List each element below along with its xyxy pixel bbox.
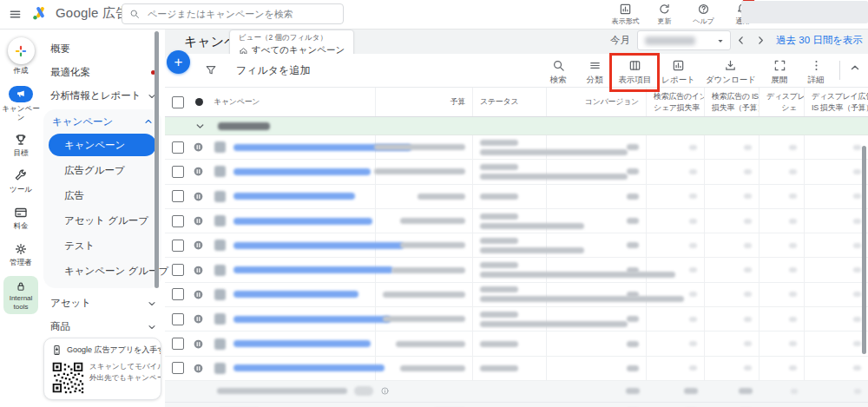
rail-item-card[interactable]: 料金 (1, 206, 41, 231)
table-toolbar: フィルタを追加 検索分類表示項目レポートダウンロード展開詳細 (165, 54, 868, 88)
create-button[interactable] (8, 37, 35, 64)
rail-active-pill[interactable] (9, 86, 33, 102)
topbar-action-display-format[interactable]: 表示形式 (609, 2, 641, 26)
google-ads-logo[interactable]: Google 広告 (31, 4, 128, 23)
redacted-campaign-name[interactable] (233, 364, 385, 371)
nav-scrollbar-thumb[interactable] (155, 31, 159, 288)
internal-tools-badge[interactable]: Internaltools (3, 276, 38, 313)
row-checkbox[interactable] (172, 338, 184, 350)
redacted-campaign-name[interactable] (233, 218, 372, 225)
tool-more[interactable]: 詳細 (798, 56, 834, 89)
nav-section-header[interactable]: キャンペーン (43, 110, 161, 133)
column-header-2[interactable]: ステータス (473, 88, 547, 116)
add-filter-button[interactable]: フィルタを追加 (205, 54, 310, 87)
column-header-5[interactable]: 検索広告の IS損失率（予算） (705, 88, 760, 116)
table-row[interactable] (165, 283, 868, 307)
table-row[interactable] (165, 209, 868, 233)
row-checkbox[interactable] (172, 215, 184, 227)
rail-item-wrench[interactable]: ツール (1, 169, 41, 194)
previous-period-button[interactable] (735, 35, 746, 46)
row-checkbox[interactable] (172, 240, 184, 252)
tool-segment[interactable]: 分類 (576, 56, 613, 89)
help-icon (697, 3, 710, 16)
show-last-30-days-link[interactable]: 過去 30 日間を表示 (776, 34, 863, 47)
date-range-dropdown[interactable] (637, 30, 731, 50)
column-header-0[interactable]: キャンペーン (165, 88, 376, 116)
row-checkbox[interactable] (172, 141, 184, 154)
nav-item-広告[interactable]: 広告 (43, 183, 161, 208)
table-row[interactable] (165, 160, 868, 184)
redacted-conversions (627, 144, 639, 150)
row-checkbox[interactable] (172, 166, 184, 178)
row-cell-7 (805, 332, 868, 355)
nav-item-アセット[interactable]: アセット (42, 292, 165, 315)
rail-item-gear[interactable]: 管理者 (1, 242, 41, 267)
account-info-redacted[interactable] (741, 1, 868, 23)
rail-item-megaphone[interactable]: キャンペーン (1, 86, 41, 122)
campaign-type-icon-redacted (214, 141, 226, 153)
column-header-3[interactable]: コンバージョン (547, 88, 647, 116)
totals-row (165, 403, 868, 407)
nav-item-広告グループ[interactable]: 広告グループ (43, 158, 161, 183)
column-label: ディスプレイ広告のIS 損失率（予算） (812, 91, 861, 112)
table-scrollbar-thumb[interactable] (862, 146, 866, 354)
table-row[interactable] (165, 233, 868, 258)
nav-item-アセット グループ[interactable]: アセット グループ (43, 208, 161, 233)
create-campaign-fab[interactable]: + (167, 50, 190, 74)
redacted-campaign-name[interactable] (233, 168, 371, 175)
nav-item-selected-キャンペーン[interactable]: キャンペーン (49, 134, 156, 156)
tool-expand[interactable]: 展開 (761, 56, 798, 89)
campaign-group-row[interactable] (165, 117, 868, 135)
row-checkbox[interactable] (172, 362, 184, 374)
hamburger-menu-icon[interactable] (9, 8, 22, 21)
nav-item-商品[interactable]: 商品 (42, 315, 165, 338)
table-row[interactable] (165, 185, 868, 209)
rail-item-plus-multicolor[interactable]: 作成 (1, 37, 41, 75)
table-row[interactable] (165, 332, 868, 356)
chevron-up-icon (143, 116, 154, 127)
row-checkbox[interactable] (172, 288, 184, 300)
nav-item-最適化案[interactable]: 最適化案 (42, 61, 165, 84)
column-header-4[interactable]: 検索広告のインプシェア損失率 (647, 88, 705, 116)
row-checkbox[interactable] (172, 264, 184, 276)
redacted-campaign-name[interactable] (233, 316, 391, 323)
nav-item-概要[interactable]: 概要 (42, 37, 165, 61)
redacted-campaign-name[interactable] (233, 242, 404, 249)
table-row[interactable] (165, 307, 868, 332)
nav-item-キャンペーン グループ[interactable]: キャンペーン グループ (43, 259, 161, 284)
redacted-conversions (627, 218, 639, 224)
tool-download[interactable]: ダウンロード (700, 56, 761, 89)
collapse-group-icon[interactable] (194, 121, 206, 132)
column-header-7[interactable]: ディスプレイ広告のIS 損失率（予算） (805, 88, 868, 116)
tool-search[interactable]: 検索 (540, 56, 576, 89)
topbar-action-help[interactable]: ヘルプ (687, 2, 720, 26)
row-cell-1 (376, 357, 473, 380)
table-row[interactable] (165, 258, 868, 282)
row-checkbox[interactable] (172, 313, 184, 325)
row-checkbox[interactable] (172, 190, 184, 202)
next-period-button[interactable] (755, 35, 766, 46)
redacted-metric (789, 292, 797, 297)
redacted-campaign-name[interactable] (233, 291, 358, 298)
topbar-action-refresh[interactable]: 更新 (648, 2, 681, 26)
redacted-campaign-name[interactable] (233, 340, 371, 347)
table-row[interactable] (165, 135, 868, 160)
table-row[interactable] (165, 357, 868, 381)
redacted-metric (853, 317, 861, 322)
mobile-app-promo-card[interactable]: Google 広告アプリを入手する スキャンしてモバイルアプリを 外出先でもキャ… (43, 338, 161, 400)
redacted-metric (744, 267, 752, 272)
rail-item-lock[interactable]: Internaltools (3, 276, 38, 313)
column-header-6[interactable]: ディスプレイ広告シェ (760, 88, 805, 116)
redacted-campaign-name[interactable] (233, 266, 393, 273)
global-search[interactable] (122, 3, 344, 24)
rail-item-trophy[interactable]: 目標 (1, 133, 41, 158)
nav-item-分析情報とレポート[interactable]: 分析情報とレポート (42, 84, 165, 108)
select-all-checkbox[interactable] (172, 96, 184, 108)
tool-report[interactable]: レポート (656, 56, 700, 89)
global-search-input[interactable] (146, 8, 336, 20)
column-header-1[interactable]: 予算 (376, 88, 473, 116)
nav-item-テスト[interactable]: テスト (43, 233, 161, 259)
tool-columns-highlighted[interactable]: 表示項目 (613, 56, 656, 89)
collapse-table-button[interactable] (845, 56, 866, 74)
redacted-campaign-name[interactable] (233, 193, 355, 200)
